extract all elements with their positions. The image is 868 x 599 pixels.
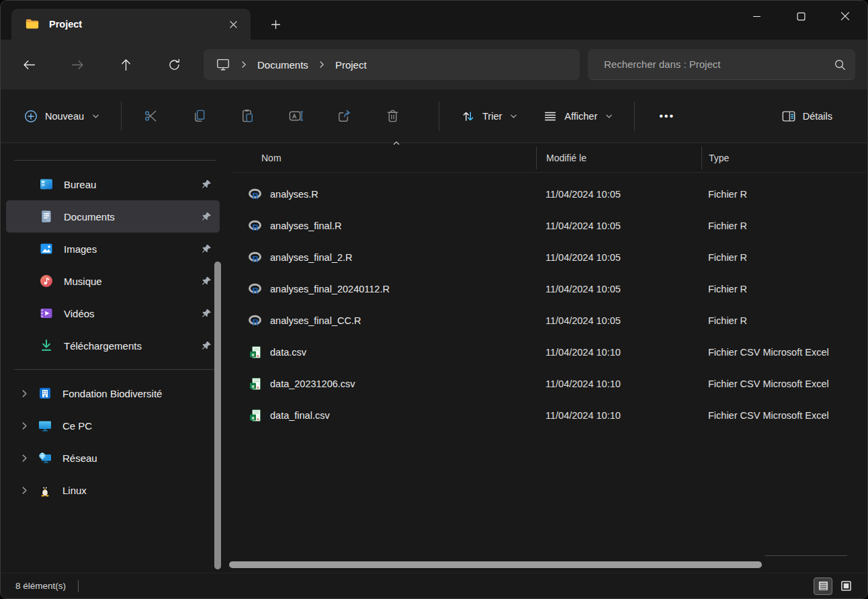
rename-button[interactable] <box>280 102 311 131</box>
new-button[interactable]: Nouveau <box>15 102 107 130</box>
sidebar-item-musique[interactable]: Musique <box>6 265 220 297</box>
new-button-label: Nouveau <box>45 111 84 122</box>
horizontal-scrollbar[interactable] <box>229 561 764 568</box>
csv-file-icon: a,x <box>249 346 262 359</box>
csv-file-icon: a,x <box>249 377 262 391</box>
pin-icon <box>200 274 213 288</box>
column-headers: Nom Modifié le Type <box>232 143 866 173</box>
file-row[interactable]: a,x data_final.csv 11/04/2024 10:10 Fich… <box>232 399 867 431</box>
breadcrumb: Documents Project <box>204 49 580 80</box>
close-icon <box>229 20 238 29</box>
file-row[interactable]: a,x data_20231206.csv 11/04/2024 10:10 F… <box>232 368 867 399</box>
sidebar-item-videos[interactable]: Vidéos <box>6 297 220 329</box>
explorer-tab[interactable]: Project <box>11 9 251 40</box>
arrow-up-icon <box>119 58 133 72</box>
icons-view-toggle[interactable] <box>836 577 855 595</box>
chevron-down-icon <box>92 112 99 120</box>
sort-button[interactable]: Trier <box>453 102 525 130</box>
view-button[interactable]: Afficher <box>535 102 621 130</box>
close-icon <box>840 11 850 21</box>
desktop-icon <box>38 176 54 192</box>
sidebar-item-telechargements[interactable]: Téléchargements <box>6 329 220 362</box>
sidebar-item-label: Fondation Biodiversité <box>62 388 213 399</box>
chevron-right-icon[interactable] <box>15 389 33 398</box>
navigation-bar: Documents Project Rechercher dans : Proj… <box>1 40 867 89</box>
share-button[interactable] <box>329 102 359 131</box>
column-header-type[interactable]: Type <box>701 147 866 169</box>
tab-close-button[interactable] <box>222 15 244 34</box>
chevron-right-icon[interactable] <box>15 454 33 463</box>
pane-divider <box>765 555 847 556</box>
file-row[interactable]: R analyses_final_20240112.R 11/04/2024 1… <box>232 273 867 305</box>
breadcrumb-this-pc[interactable] <box>209 52 237 77</box>
csv-file-icon: a,x <box>249 409 262 422</box>
sidebar-item-images[interactable]: Images <box>6 233 220 265</box>
breadcrumb-item-documents[interactable]: Documents <box>251 52 315 77</box>
sidebar-item-linux[interactable]: Linux <box>6 474 220 506</box>
chevron-right-icon <box>318 61 326 69</box>
pin-icon <box>200 242 213 255</box>
sidebar-item-ce-pc[interactable]: Ce PC <box>6 409 220 442</box>
linux-tux-icon <box>37 482 53 498</box>
search-input[interactable]: Rechercher dans : Project <box>588 49 855 80</box>
file-row[interactable]: R analyses_final_2.R 11/04/2024 10:05 Fi… <box>232 241 867 273</box>
breadcrumb-item-project[interactable]: Project <box>329 52 374 77</box>
copy-button[interactable] <box>183 102 214 131</box>
status-separator <box>78 580 79 592</box>
minimize-button[interactable] <box>734 1 779 32</box>
sort-ascending-icon <box>392 141 400 146</box>
sidebar-item-reseau[interactable]: Réseau <box>6 442 220 474</box>
paste-button[interactable] <box>232 102 263 131</box>
details-view-toggle[interactable] <box>814 577 832 595</box>
sidebar-item-label: Bureau <box>64 179 200 190</box>
file-row[interactable]: a,x data.csv 11/04/2024 10:10 Fichier CS… <box>232 336 867 368</box>
share-icon <box>337 108 352 124</box>
cut-button[interactable] <box>135 102 166 131</box>
maximize-button[interactable] <box>779 1 823 32</box>
file-list: R analyses.R 11/04/2024 10:05 Fichier R … <box>232 173 867 431</box>
this-pc-icon <box>37 417 53 434</box>
up-button[interactable] <box>110 50 142 79</box>
chevron-right-icon[interactable] <box>15 486 33 495</box>
file-row[interactable]: R analyses_final.R 11/04/2024 10:05 Fich… <box>232 210 867 241</box>
chevron-right-icon[interactable] <box>15 422 33 430</box>
refresh-icon <box>167 58 181 72</box>
folder-icon <box>25 17 40 32</box>
column-header-modified[interactable]: Modifié le <box>536 147 701 169</box>
file-row[interactable]: R analyses_final_CC.R 11/04/2024 10:05 F… <box>232 305 867 336</box>
refresh-button[interactable] <box>158 50 190 79</box>
forward-button[interactable] <box>61 50 93 79</box>
plus-circle-icon <box>24 109 38 124</box>
back-button[interactable] <box>13 50 45 79</box>
breadcrumb-chevron[interactable] <box>238 61 249 69</box>
file-row[interactable]: R analyses.R 11/04/2024 10:05 Fichier R <box>232 178 867 210</box>
breadcrumb-chevron[interactable] <box>316 61 327 69</box>
delete-button[interactable] <box>377 102 408 131</box>
sort-icon <box>461 109 476 124</box>
more-options-button[interactable]: ••• <box>648 104 685 129</box>
downloads-icon <box>38 337 54 354</box>
plus-icon <box>271 19 281 30</box>
sidebar-item-label: Réseau <box>62 452 213 464</box>
pin-icon <box>200 177 213 191</box>
sidebar-item-documents[interactable]: Documents <box>6 200 220 233</box>
new-tab-button[interactable] <box>263 13 288 36</box>
sidebar-item-fondation-biodiversite[interactable]: Fondation Biodiversité <box>6 377 220 409</box>
file-explorer-window: Project <box>0 0 868 599</box>
close-window-button[interactable] <box>823 1 867 32</box>
sidebar-scrollbar[interactable] <box>214 262 221 569</box>
sidebar-item-bureau[interactable]: Bureau <box>6 168 220 200</box>
details-button[interactable]: Détails <box>773 102 840 130</box>
svg-text:x: x <box>251 351 255 357</box>
pin-icon <box>200 210 213 223</box>
svg-text:R: R <box>253 190 259 200</box>
pin-icon <box>200 307 213 320</box>
minimize-icon <box>752 12 761 21</box>
command-bar: Nouveau <box>1 89 867 143</box>
r-file-icon: R <box>249 251 262 264</box>
horizontal-scrollbar-thumb[interactable] <box>229 561 762 568</box>
svg-text:R: R <box>253 253 259 264</box>
column-header-name[interactable]: Nom <box>232 153 536 163</box>
details-pane-icon <box>781 109 796 124</box>
videos-icon <box>38 305 54 321</box>
